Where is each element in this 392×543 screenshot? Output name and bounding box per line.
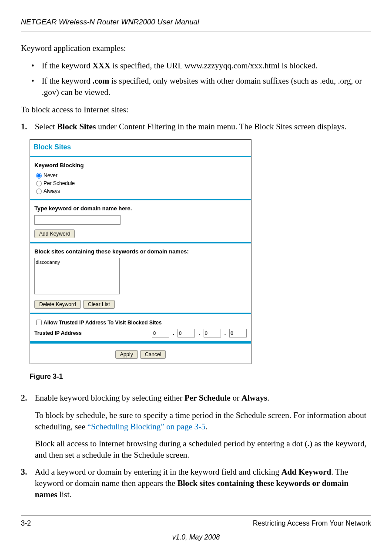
radio-always[interactable]: Always: [36, 188, 247, 195]
text: If the keyword: [42, 61, 93, 70]
doc-header: NETGEAR Wireless-N Router WNR2000 User M…: [21, 17, 371, 31]
radio-never[interactable]: Never: [36, 172, 247, 179]
step-number: 1.: [21, 121, 35, 132]
radio-label: Per Schedule: [44, 180, 75, 187]
button-name-bold: Add Keyword: [281, 467, 332, 476]
cross-ref-link[interactable]: “Scheduling Blocking” on page 3-5: [87, 422, 205, 431]
radio-label: Always: [44, 188, 60, 195]
text: If the keyword: [42, 76, 93, 85]
radio-input[interactable]: [36, 181, 42, 186]
text: or: [231, 393, 241, 402]
lead-para: To block access to Internet sites:: [21, 104, 371, 115]
bullet-text: If the keyword XXX is specified, the URL…: [42, 60, 318, 71]
step-text: Add a keyword or domain by entering it i…: [35, 466, 371, 500]
keyword-bold: XXX: [93, 61, 111, 70]
allow-trusted-checkbox[interactable]: Allow Trusted IP Address To Visit Blocke…: [36, 319, 247, 326]
section-label: Type keyword or domain name here.: [34, 205, 247, 212]
text: .: [205, 422, 208, 431]
radio-label: Never: [44, 172, 57, 179]
block-sites-screenshot: Block Sites Keyword Blocking Never Per S…: [30, 139, 251, 364]
section-label: Block sites containing these keywords or…: [34, 248, 247, 256]
step-3: 3. Add a keyword or domain by entering i…: [21, 466, 371, 500]
step-number: 3.: [21, 466, 35, 500]
text: under Content Filtering in the main menu…: [96, 122, 346, 131]
section-label: Keyword Blocking: [34, 162, 247, 169]
radio-per-schedule[interactable]: Per Schedule: [36, 180, 247, 187]
text: .: [267, 393, 269, 402]
bullet-item: • If the keyword .com is specified, only…: [31, 75, 371, 98]
apply-button[interactable]: Apply: [115, 350, 138, 359]
cancel-button[interactable]: Cancel: [140, 350, 166, 359]
radio-input[interactable]: [36, 173, 42, 179]
doc-version: v1.0, May 2008: [21, 533, 371, 542]
menu-name-bold: Block Sites: [57, 122, 96, 131]
text: Block all access to Internet browsing du…: [35, 439, 308, 448]
page-footer: 3-2 Restricting Access From Your Network: [21, 516, 371, 528]
keyword-bold: .com: [93, 76, 110, 85]
keyword-blocking-section: Keyword Blocking Never Per Schedule Alwa…: [30, 157, 251, 200]
checkbox-input[interactable]: [36, 320, 42, 325]
bullet-marker: •: [31, 75, 42, 98]
text: is specified, the URL www.zzzyyqq.com/xx…: [111, 61, 318, 70]
chapter-title: Restricting Access From Your Network: [253, 519, 371, 528]
ip-octet-4[interactable]: [229, 329, 247, 337]
bullet-marker: •: [31, 60, 42, 71]
checkbox-label: Allow Trusted IP Address To Visit Blocke…: [44, 319, 162, 326]
step-number: 2.: [21, 392, 35, 404]
step-1: 1. Select Block Sites under Content Filt…: [21, 121, 371, 132]
panel-title: Block Sites: [30, 140, 251, 158]
trusted-ip-section: Allow Trusted IP Address To Visit Blocke…: [30, 314, 251, 342]
text: Select: [35, 122, 57, 131]
intro-para: Keyword application examples:: [21, 43, 371, 54]
type-keyword-section: Type keyword or domain name here. Add Ke…: [30, 200, 251, 243]
ip-octet-2[interactable]: [178, 329, 195, 337]
figure-caption: Figure 3-1: [30, 372, 371, 381]
step-text: Enable keyword blocking by selecting eit…: [35, 392, 269, 404]
bullet-text: If the keyword .com is specified, only w…: [42, 75, 371, 98]
step-2-sub-para: To block by schedule, be sure to specify…: [35, 410, 371, 432]
option-bold: Always: [241, 393, 267, 402]
bullet-item: • If the keyword XXX is specified, the U…: [31, 60, 371, 71]
text: Add a keyword or domain by entering it i…: [35, 467, 281, 476]
delete-keyword-button[interactable]: Delete Keyword: [34, 300, 81, 309]
ip-octet-3[interactable]: [204, 329, 221, 337]
option-bold: Per Schedule: [184, 393, 231, 402]
keyword-input[interactable]: [34, 215, 121, 225]
clear-list-button[interactable]: Clear List: [83, 300, 115, 309]
step-2: 2. Enable keyword blocking by selecting …: [21, 392, 371, 404]
step-2-sub-para: Block all access to Internet browsing du…: [35, 438, 371, 460]
page-number: 3-2: [21, 519, 31, 528]
text: Enable keyword blocking by selecting eit…: [35, 393, 184, 402]
block-list-section: Block sites containing these keywords or…: [30, 243, 251, 314]
add-keyword-button[interactable]: Add Keyword: [34, 229, 75, 238]
radio-input[interactable]: [36, 189, 42, 194]
step-text: Select Block Sites under Content Filteri…: [35, 121, 346, 132]
text: list.: [57, 490, 72, 499]
trusted-ip-row: Trusted IP Address . . .: [34, 329, 247, 337]
panel-footer: Apply Cancel: [30, 342, 251, 364]
list-item[interactable]: discodanny: [36, 259, 118, 266]
keyword-listbox[interactable]: discodanny: [34, 258, 120, 294]
trusted-ip-label: Trusted IP Address: [34, 330, 82, 337]
ip-octet-1[interactable]: [152, 329, 169, 337]
